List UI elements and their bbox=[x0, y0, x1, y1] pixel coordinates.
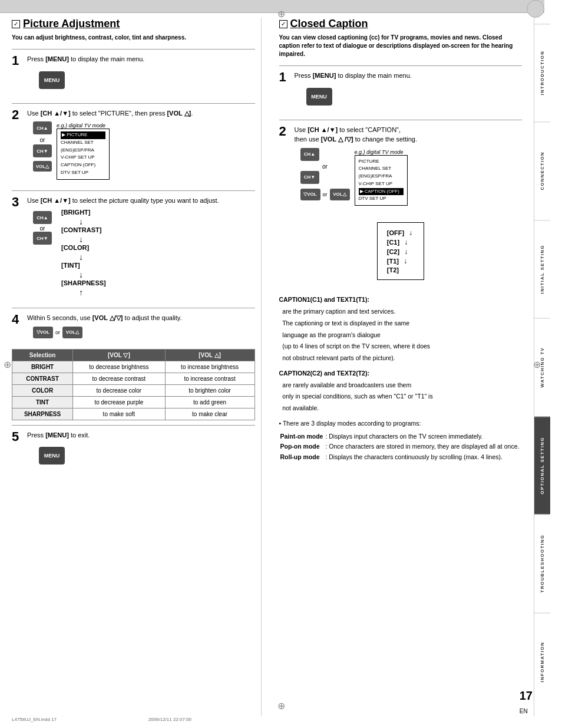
display-modes-bullet: • There are 3 display modes according to… bbox=[279, 419, 523, 429]
table-cell-contrast-up: to increase contrast bbox=[165, 373, 254, 384]
step4-or: or bbox=[55, 330, 60, 335]
quality-contrast: [CONTRAST] bbox=[61, 226, 101, 233]
adjustment-table: Selection [VOL ▽] [VOL △] BRIGHT to decr… bbox=[12, 349, 255, 420]
caption-box: [OFF]↓ [C1]↓ [C2]↓ [T1]↓ [T2] bbox=[377, 222, 424, 280]
caption1-line2: The captioning or text is displayed in t… bbox=[279, 319, 523, 328]
mode-row-rollup: Roll-up mode : Displays the characters c… bbox=[280, 453, 520, 462]
table-cell-color-up: to brighten color bbox=[165, 384, 254, 396]
mode-popup-desc: : Once characters are stored in memory, … bbox=[325, 442, 519, 452]
step-4: 4 Within 5 seconds, use [VOL △/▽] to adj… bbox=[12, 313, 255, 342]
table-cell-bright-label: BRIGHT bbox=[12, 361, 73, 373]
footer-left: L4758UJ_EN.indd 17 bbox=[12, 717, 57, 722]
left-section-description: You can adjust brightness, contrast, col… bbox=[12, 34, 255, 42]
step-4-vol-row: ▽VOL or VOL△ bbox=[33, 327, 255, 338]
mode-painton-desc: : Displays input characters on the TV sc… bbox=[325, 432, 519, 442]
quality-list: [BRIGHT] ↓ [CONTRAST] ↓ [COLOR] ↓ bbox=[61, 209, 106, 297]
caption-off: [OFF]↓ bbox=[387, 229, 414, 237]
right-menu-lang: (ENG)ESP/FRA bbox=[359, 173, 392, 179]
table-cell-sharpness-up: to make clear bbox=[165, 408, 254, 420]
left-crosshair: ⊕ bbox=[4, 358, 11, 370]
right-section-description: You can view closed captioning (cc) for … bbox=[279, 34, 523, 58]
caption-c1: [C1]↓ bbox=[387, 238, 414, 246]
table-cell-bright-down: to decrease brightness bbox=[73, 361, 165, 373]
caption2-line1: are rarely available and broadcasters us… bbox=[279, 381, 523, 390]
right-step-2: 2 Use [CH ▲/▼] to select "CAPTION", then… bbox=[279, 125, 523, 210]
top-bar bbox=[0, 0, 544, 13]
menu-item-vchip: V-CHIP SET UP bbox=[61, 154, 95, 160]
right-or-2: or bbox=[323, 192, 328, 197]
divider-1 bbox=[12, 49, 255, 50]
ch-up-btn: CH▲ bbox=[33, 121, 52, 134]
caption1-line4: (up to 4 lines of script on the TV scree… bbox=[279, 342, 523, 351]
divider-3 bbox=[12, 190, 255, 191]
step3-or: or bbox=[40, 225, 45, 232]
right-step-2-body: Use [CH ▲/▼] to select "CAPTION", then u… bbox=[295, 125, 523, 210]
right-step-1: 1 Press [MENU] to display the main menu.… bbox=[279, 71, 523, 113]
menu-button-right-1: MENU bbox=[306, 88, 332, 106]
right-section-header: ✓ Closed Caption bbox=[279, 18, 523, 30]
sidebar-watching-tv: WATCHING TV bbox=[534, 318, 550, 416]
menu-item-caption: CAPTION (OFF) bbox=[61, 162, 95, 167]
right-ch-down: CH▼ bbox=[300, 171, 319, 184]
step-5-number: 5 bbox=[12, 430, 24, 443]
menu-item-channel: CHANNEL SET bbox=[61, 140, 94, 145]
step-4-text: Within 5 seconds, use [VOL △/▽] to adjus… bbox=[27, 313, 255, 323]
table-cell-tint-label: TINT bbox=[12, 396, 73, 408]
caption1-line3: language as the program's dialogue bbox=[279, 331, 523, 340]
step-4-number: 4 bbox=[12, 313, 24, 326]
caption2-line3: not available. bbox=[279, 404, 523, 413]
closed-caption-section: ✓ Closed Caption You can view closed cap… bbox=[273, 18, 523, 716]
step-3-text: Use [CH ▲/▼] to select the picture quali… bbox=[27, 196, 255, 206]
ch-down-btn: CH▼ bbox=[33, 144, 52, 157]
step-2-text: Use [CH ▲/▼] to select "PICTURE", then p… bbox=[27, 108, 255, 118]
right-menu-picture: PICTURE bbox=[359, 159, 379, 164]
table-cell-contrast-down: to decrease contrast bbox=[73, 373, 165, 384]
caption1-line5: not obstruct relevant parts of the pictu… bbox=[279, 354, 523, 363]
table-cell-tint-down: to decrease purple bbox=[73, 396, 165, 408]
quality-color: [COLOR] bbox=[61, 244, 89, 251]
caption1-title: CAPTION1(C1) and TEXT1(T1): bbox=[279, 296, 369, 303]
step-2-example-label: e.g.) digital TV mode bbox=[57, 123, 110, 129]
right-step-1-button-row: MENU bbox=[300, 84, 523, 109]
step3-ch-up: CH▲ bbox=[33, 211, 52, 224]
right-menu-box: PICTURE CHANNEL SET (ENG)ESP/FRA V-CHIP … bbox=[355, 155, 408, 206]
table-header-vol-down: [VOL ▽] bbox=[73, 349, 165, 361]
right-menu-caption-selected: ▶ CAPTION (OFF) bbox=[359, 188, 404, 196]
right-or-1: or bbox=[322, 163, 328, 170]
sidebar-introduction: INTRODUCTION bbox=[534, 24, 550, 121]
right-section-title: Closed Caption bbox=[290, 18, 368, 30]
step-1-body: Press [MENU] to display the main menu. M… bbox=[27, 54, 255, 96]
page-number: 17 EN bbox=[520, 689, 533, 716]
left-section-header: ✓ Picture Adjustment bbox=[12, 18, 255, 30]
quality-sharpness: [SHARPNESS] bbox=[61, 279, 106, 286]
step-1-button-row: MENU bbox=[33, 68, 255, 93]
info-display-modes: • There are 3 display modes according to… bbox=[279, 419, 523, 463]
footer: L4758UJ_EN.indd 17 2006/12/11 22:07:00 bbox=[12, 717, 191, 722]
caption-arrow-4: ↓ bbox=[404, 257, 407, 265]
mode-rollup-label: Roll-up mode bbox=[280, 453, 325, 462]
table-cell-color-label: COLOR bbox=[12, 384, 73, 396]
right-step-1-number: 1 bbox=[279, 71, 291, 84]
sidebar-troubleshooting: TROUBLESHOOTING bbox=[534, 514, 550, 612]
left-section-title: Picture Adjustment bbox=[23, 18, 120, 30]
menu-item-lang: (ENG)ESP/FRA bbox=[61, 147, 94, 153]
step-3-body: Use [CH ▲/▼] to select the picture quali… bbox=[27, 196, 255, 301]
vol-up-btn: VOL△ bbox=[33, 161, 52, 172]
menu-item-picture: ▶ PICTURE bbox=[61, 131, 105, 139]
mode-popup-label: Pop-on mode bbox=[280, 442, 325, 452]
caption-t2: [T2] bbox=[387, 266, 414, 274]
sidebar-connection: CONNECTION bbox=[534, 121, 550, 219]
info-caption2: CAPTION2(C2) and TEXT2(T2): are rarely a… bbox=[279, 369, 523, 413]
table-header-vol-up: [VOL △] bbox=[165, 349, 254, 361]
display-modes-table: Paint-on mode : Displays input character… bbox=[279, 431, 521, 463]
table-cell-contrast-label: CONTRAST bbox=[12, 373, 73, 384]
top-crosshair: ⊕ bbox=[277, 8, 285, 19]
sidebar-initial-setting: INITIAL SETTING bbox=[534, 220, 550, 318]
step4-vol-up: VOL△ bbox=[62, 327, 82, 338]
menu-item-dtv: DTV SET UP bbox=[61, 170, 88, 175]
info-caption1: CAPTION1(C1) and TEXT1(T1): are the prim… bbox=[279, 295, 523, 363]
mode-row-painton: Paint-on mode : Displays input character… bbox=[280, 432, 520, 442]
step3-ch-down: CH▼ bbox=[33, 232, 52, 245]
right-step-2-text: Use [CH ▲/▼] to select "CAPTION", then u… bbox=[295, 125, 523, 144]
right-menu-dtv: DTV SET UP bbox=[359, 196, 386, 201]
